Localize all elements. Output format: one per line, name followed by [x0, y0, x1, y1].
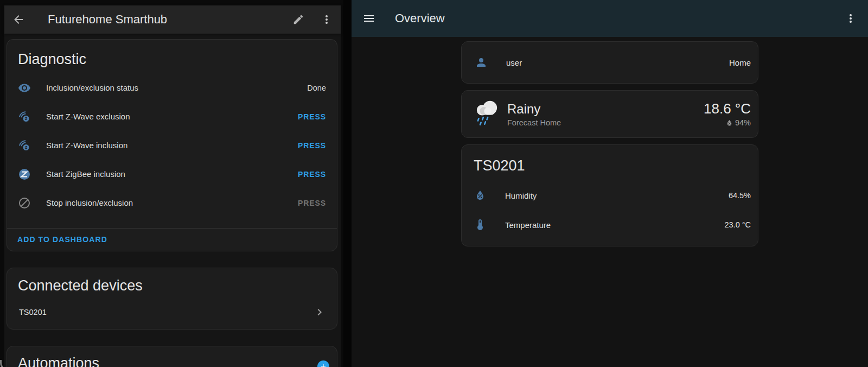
row-state: 64.5%: [729, 191, 751, 200]
edit-button[interactable]: [292, 13, 305, 26]
rainy-cloud-icon: [471, 98, 503, 130]
left-menu-button[interactable]: [320, 13, 333, 26]
row-label: Inclusion/exclusion status: [46, 83, 307, 92]
water-percent-icon: [725, 119, 733, 127]
zwave-icon: z: [18, 139, 31, 152]
connected-devices-card: Connected devices TS0201: [7, 268, 337, 330]
sensor-rows: Humidity 64.5% Temperature 23.0 °C: [462, 181, 758, 239]
eye-icon: [18, 81, 31, 94]
right-menu-button[interactable]: [844, 12, 857, 25]
automations-card: Automations: [7, 346, 337, 367]
dashboard-content: user Home: [352, 37, 868, 367]
row-label: Stop inclusion/exclusion: [46, 198, 298, 207]
weather-humidity-row: 94%: [704, 118, 751, 127]
row-zwave-exclusion[interactable]: z Start Z-Wave exclusion PRESS: [7, 102, 337, 131]
press-button[interactable]: PRESS: [298, 170, 326, 179]
page-title: Futurehome Smarthub: [48, 12, 292, 27]
dashboard-title: Overview: [395, 11, 844, 26]
device-row-ts0201[interactable]: TS0201: [7, 299, 337, 326]
card-title: Diagnostic: [7, 49, 337, 69]
right-app-header: Overview: [352, 0, 868, 37]
thermometer-icon: [474, 218, 487, 231]
temperature-row[interactable]: Temperature 23.0 °C: [462, 210, 758, 239]
left-content: Diagnostic Inclusion/exclusion status Do…: [4, 34, 341, 367]
card-title: TS0201: [462, 156, 758, 175]
chevron-right-icon: [313, 306, 326, 319]
card-title: Automations: [7, 353, 337, 367]
weather-humidity: 94%: [735, 118, 751, 127]
user-entity-card[interactable]: user Home: [461, 41, 758, 84]
humidity-row[interactable]: Humidity 64.5%: [462, 181, 758, 210]
row-label: Temperature: [505, 220, 724, 230]
add-to-dashboard-button[interactable]: ADD TO DASHBOARD: [17, 235, 107, 244]
weather-subtitle: Forecast Home: [507, 118, 704, 127]
row-zwave-inclusion[interactable]: z Start Z-Wave inclusion PRESS: [7, 131, 337, 160]
hamburger-menu-icon: [362, 12, 375, 25]
entity-name: user: [506, 58, 729, 67]
screen-corner-artifact: [0, 360, 11, 367]
diagnostic-rows: Inclusion/exclusion status Done z: [7, 73, 337, 228]
zwave-icon: z: [18, 110, 31, 123]
diagnostic-card: Diagnostic Inclusion/exclusion status Do…: [7, 39, 337, 251]
screen: Futurehome Smarthub Diagnostic: [0, 0, 868, 367]
svg-text:z: z: [25, 144, 27, 150]
back-button[interactable]: [12, 13, 25, 26]
device-page: Futurehome Smarthub Diagnostic: [4, 5, 341, 367]
dots-vertical-icon: [320, 13, 333, 26]
weather-right: 18.6 °C 94%: [704, 101, 751, 127]
row-label: Humidity: [505, 191, 729, 200]
press-button-disabled: PRESS: [298, 199, 326, 207]
row-stop-inclusion[interactable]: Stop inclusion/exclusion PRESS: [7, 188, 337, 217]
card-footer: ADD TO DASHBOARD: [7, 228, 337, 251]
row-state: Done: [307, 84, 326, 92]
humidity-icon: [474, 189, 487, 202]
weather-card[interactable]: Rainy Forecast Home 18.6 °C 94%: [461, 90, 758, 138]
weather-condition: Rainy: [507, 102, 704, 117]
dots-vertical-icon: [844, 12, 857, 25]
overview-panel: Overview user Home: [352, 0, 868, 367]
account-icon: [475, 56, 488, 69]
zigbee-icon: [18, 168, 31, 181]
row-zigbee-inclusion[interactable]: Start ZigBee inclusion PRESS: [7, 160, 337, 188]
row-label: Start Z-Wave inclusion: [46, 141, 298, 150]
card-title: Connected devices: [7, 276, 337, 295]
press-button[interactable]: PRESS: [298, 141, 326, 150]
plus-icon: [320, 363, 327, 367]
arrow-left-icon: [12, 13, 25, 26]
cancel-icon: [18, 197, 31, 210]
row-inclusion-status[interactable]: Inclusion/exclusion status Done: [7, 73, 337, 102]
left-app-header: Futurehome Smarthub: [4, 5, 341, 34]
entity-state: Home: [729, 58, 751, 67]
ts0201-card: TS0201 Humidity 64.5%: [461, 144, 758, 246]
sidebar-menu-button[interactable]: [362, 12, 375, 25]
weather-main: Rainy Forecast Home: [507, 102, 704, 127]
svg-text:z: z: [25, 116, 27, 121]
device-name: TS0201: [19, 308, 313, 317]
weather-temperature: 18.6 °C: [704, 101, 751, 116]
row-state: 23.0 °C: [724, 220, 751, 229]
row-label: Start Z-Wave exclusion: [46, 112, 298, 121]
row-label: Start ZigBee inclusion: [46, 169, 298, 179]
press-button[interactable]: PRESS: [298, 112, 326, 121]
pencil-icon: [292, 14, 304, 26]
device-page-panel: Futurehome Smarthub Diagnostic: [0, 0, 343, 367]
panel-divider: [343, 0, 352, 367]
